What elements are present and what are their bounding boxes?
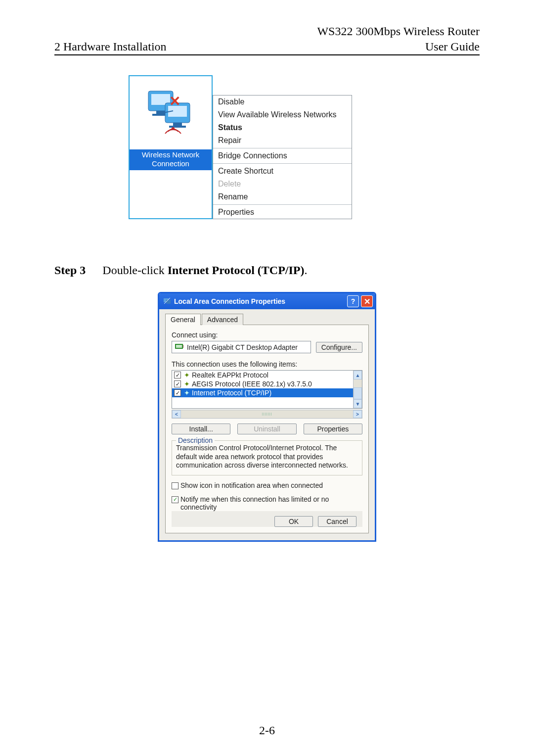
list-item-label: Realtek EAPPkt Protocol — [192, 371, 268, 379]
svg-rect-6 — [173, 123, 182, 126]
svg-rect-16 — [183, 345, 184, 348]
ctx-status[interactable]: Status — [213, 121, 352, 134]
scroll-up-icon[interactable]: ▲ — [354, 371, 362, 379]
page-number: 2-6 — [0, 724, 534, 737]
scroll-left-icon[interactable]: < — [172, 410, 181, 418]
close-button[interactable]: ✕ — [361, 295, 373, 307]
horizontal-scrollbar[interactable]: < > — [172, 410, 362, 419]
ctx-separator — [213, 148, 352, 148]
show-icon-label: Show icon in notification area when conn… — [180, 481, 323, 489]
tab-advanced[interactable]: Advanced — [202, 314, 243, 325]
ctx-delete: Delete — [213, 178, 352, 190]
list-item-label: AEGIS Protocol (IEEE 802.1x) v3.7.5.0 — [192, 380, 312, 388]
step3-bold: Internet Protocol (TCP/IP) — [168, 264, 305, 277]
description-text: Transmission Control Protocol/Internet P… — [176, 444, 358, 470]
list-item-aegis[interactable]: ✓ ✦ AEGIS Protocol (IEEE 802.1x) v3.7.5.… — [172, 379, 353, 388]
list-item-tcpip[interactable]: ✓ ✦ Internet Protocol (TCP/IP) — [172, 388, 353, 397]
scroll-down-icon[interactable]: ▼ — [354, 399, 362, 408]
scroll-grip-icon — [262, 413, 272, 416]
wireless-caption-line2: Connection — [132, 159, 210, 168]
cancel-button[interactable]: Cancel — [318, 516, 356, 527]
step3-instruction: Step 3 Double-click Internet Protocol (T… — [54, 264, 480, 277]
wireless-connection-icon-block[interactable]: ✕ Wireless Network Connection — [129, 75, 213, 219]
notify-row[interactable]: ✓ Notify me when this connection has lim… — [172, 495, 362, 511]
checkbox-icon[interactable] — [172, 482, 178, 489]
adapter-icon — [175, 343, 184, 351]
checkbox-icon[interactable]: ✓ — [174, 372, 181, 378]
list-item-realtek[interactable]: ✓ ✦ Realtek EAPPkt Protocol — [172, 371, 353, 379]
adapter-field: Intel(R) Gigabit CT Desktop Adapter — [172, 341, 311, 353]
wireless-caption-line1: Wireless Network — [132, 150, 210, 159]
uninstall-button: Uninstall — [237, 424, 296, 434]
header-doc: User Guide — [425, 40, 480, 53]
adapter-name: Intel(R) Gigabit CT Desktop Adapter — [187, 343, 298, 351]
configure-button[interactable]: Configure... — [316, 342, 362, 353]
connection-items-list[interactable]: ✓ ✦ Realtek EAPPkt Protocol ✓ ✦ AEGIS Pr… — [172, 370, 362, 409]
description-group: Description Transmission Control Protoco… — [172, 440, 362, 475]
ok-button[interactable]: OK — [274, 516, 313, 527]
ctx-rename[interactable]: Rename — [213, 190, 352, 203]
step3-label: Step 3 — [54, 264, 86, 277]
svg-rect-12 — [166, 300, 171, 304]
ctx-view-networks[interactable]: View Available Wireless Networks — [213, 108, 352, 121]
protocol-icon: ✦ — [183, 371, 191, 379]
checkbox-icon[interactable]: ✓ — [174, 380, 181, 387]
show-icon-row[interactable]: Show icon in notification area when conn… — [172, 481, 362, 489]
scroll-right-icon[interactable]: > — [353, 410, 362, 418]
connection-properties-dialog: Local Area Connection Properties ? ✕ Gen… — [158, 292, 376, 542]
dialog-titlebar[interactable]: Local Area Connection Properties ? ✕ — [159, 293, 375, 309]
connect-using-label: Connect using: — [172, 331, 362, 339]
protocol-icon: ✦ — [183, 380, 191, 388]
svg-rect-15 — [176, 345, 182, 348]
ctx-properties[interactable]: Properties — [213, 206, 352, 219]
notify-label: Notify me when this connection has limit… — [180, 495, 362, 511]
context-menu: Disable View Available Wireless Networks… — [213, 95, 352, 219]
ctx-separator — [213, 204, 352, 205]
network-icon — [163, 297, 171, 306]
vertical-scrollbar[interactable]: ▲ ▼ — [353, 371, 362, 408]
ctx-shortcut[interactable]: Create Shortcut — [213, 165, 352, 178]
items-list-label: This connection uses the following items… — [172, 360, 362, 368]
ctx-repair[interactable]: Repair — [213, 134, 352, 147]
network-connection-icon: ✕ — [143, 88, 198, 138]
header-product: WS322 300Mbps Wireless Router — [54, 25, 480, 38]
svg-text:✕: ✕ — [169, 94, 180, 109]
ctx-separator — [213, 163, 352, 164]
description-label: Description — [176, 436, 215, 444]
help-button[interactable]: ? — [347, 295, 359, 307]
svg-rect-7 — [169, 126, 186, 128]
checkbox-icon[interactable]: ✓ — [172, 496, 178, 503]
scroll-thumb[interactable] — [354, 387, 362, 399]
ctx-disable[interactable]: Disable — [213, 95, 352, 108]
dialog-title: Local Area Connection Properties — [174, 297, 345, 305]
tab-general[interactable]: General — [165, 314, 201, 325]
list-item-label: Internet Protocol (TCP/IP) — [192, 389, 271, 397]
protocol-icon: ✦ — [183, 389, 191, 397]
ctx-bridge[interactable]: Bridge Connections — [213, 149, 352, 162]
header-section: 2 Hardware Installation — [54, 40, 167, 53]
step3-text-before: Double-click — [102, 264, 167, 277]
step3-text-after: . — [304, 264, 307, 277]
properties-button[interactable]: Properties — [304, 424, 362, 434]
checkbox-icon[interactable]: ✓ — [174, 389, 181, 396]
install-button[interactable]: Install... — [172, 424, 230, 434]
